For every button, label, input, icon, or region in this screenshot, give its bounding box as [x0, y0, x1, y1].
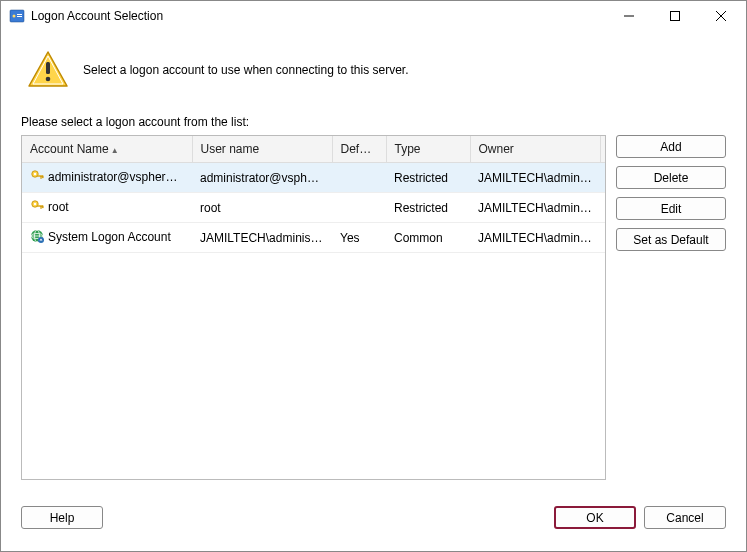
col-spacer — [600, 136, 606, 163]
svg-rect-2 — [17, 14, 22, 15]
cell-owner: JAMILTECH\admini… — [470, 223, 600, 253]
header-row: Select a logon account to use when conne… — [21, 49, 726, 91]
cancel-button[interactable]: Cancel — [644, 506, 726, 529]
svg-point-13 — [34, 173, 36, 175]
maximize-button[interactable] — [652, 1, 698, 31]
close-button[interactable] — [698, 1, 744, 31]
table-row[interactable]: rootrootRestrictedJAMILTECH\admini… — [22, 193, 606, 223]
svg-rect-16 — [42, 177, 43, 178]
cell-account-name: administrator@vsphere.lo — [22, 163, 192, 193]
window-title: Logon Account Selection — [31, 9, 606, 23]
edit-button[interactable]: Edit — [616, 197, 726, 220]
svg-rect-3 — [17, 16, 22, 17]
col-account-name[interactable]: Account Name▲ — [22, 136, 192, 163]
table-row[interactable]: administrator@vsphere.loadministrator@vs… — [22, 163, 606, 193]
cell-user-name: administrator@vsphe… — [192, 163, 332, 193]
grid-header-row: Account Name▲ User name Default Type Own… — [22, 136, 606, 163]
cell-type: Common — [386, 223, 470, 253]
cell-account-name: System Logon Account — [22, 223, 192, 253]
cell-user-name: root — [192, 193, 332, 223]
cell-default: Yes — [332, 223, 386, 253]
ok-button[interactable]: OK — [554, 506, 636, 529]
cell-default — [332, 193, 386, 223]
svg-point-11 — [46, 77, 51, 82]
titlebar: Logon Account Selection — [1, 1, 746, 31]
key-icon — [30, 199, 44, 216]
minimize-button[interactable] — [606, 1, 652, 31]
svg-rect-21 — [42, 207, 43, 208]
cell-type: Restricted — [386, 193, 470, 223]
table-row[interactable]: System Logon AccountJAMILTECH\administ…Y… — [22, 223, 606, 253]
footer: Help OK Cancel — [1, 494, 746, 545]
cell-user-name: JAMILTECH\administ… — [192, 223, 332, 253]
cell-account-name: root — [22, 193, 192, 223]
warning-icon — [27, 49, 69, 91]
col-default[interactable]: Default — [332, 136, 386, 163]
cell-owner: JAMILTECH\admini… — [470, 193, 600, 223]
key-icon — [30, 169, 44, 186]
sort-asc-icon: ▲ — [111, 146, 119, 155]
svg-point-1 — [13, 15, 16, 18]
svg-rect-5 — [671, 12, 680, 21]
main-area: Account Name▲ User name Default Type Own… — [21, 135, 726, 480]
set-default-button[interactable]: Set as Default — [616, 228, 726, 251]
window-controls — [606, 1, 744, 31]
svg-rect-20 — [41, 207, 42, 209]
col-type[interactable]: Type — [386, 136, 470, 163]
cell-type: Restricted — [386, 163, 470, 193]
col-owner[interactable]: Owner — [470, 136, 600, 163]
col-user-name[interactable]: User name — [192, 136, 332, 163]
header-text: Select a logon account to use when conne… — [83, 63, 409, 77]
svg-rect-10 — [46, 62, 50, 74]
add-button[interactable]: Add — [616, 135, 726, 158]
cell-owner: JAMILTECH\admini… — [470, 163, 600, 193]
help-button[interactable]: Help — [21, 506, 103, 529]
list-label: Please select a logon account from the l… — [21, 115, 726, 129]
svg-rect-15 — [41, 177, 42, 179]
content-area: Select a logon account to use when conne… — [1, 31, 746, 494]
cell-default — [332, 163, 386, 193]
globe-icon — [30, 229, 44, 246]
svg-point-18 — [34, 203, 36, 205]
app-icon — [9, 8, 25, 24]
delete-button[interactable]: Delete — [616, 166, 726, 189]
side-buttons: Add Delete Edit Set as Default — [616, 135, 726, 480]
accounts-grid[interactable]: Account Name▲ User name Default Type Own… — [21, 135, 606, 480]
